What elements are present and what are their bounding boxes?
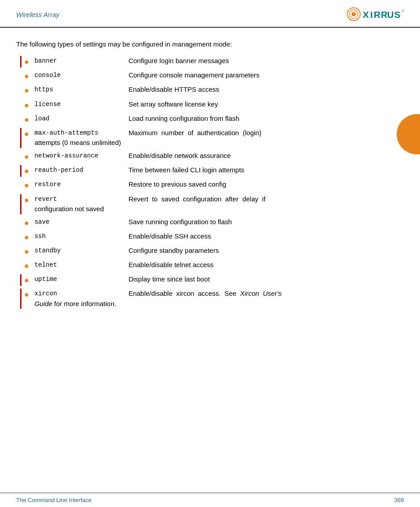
main-content: The following types of settings may be c…: [0, 28, 420, 338]
item-desc: Time between failed CLI login attempts: [129, 165, 404, 175]
item-desc: Maximum number of authentication (login): [129, 128, 404, 138]
item-content: telnet Enable/disable telnet access: [34, 260, 404, 270]
page-header: Wireless Array X I RR U S ®: [0, 0, 420, 28]
item-term: load: [34, 114, 129, 124]
item-content: network-assurance Enable/disable network…: [34, 151, 404, 161]
bullet-icon: ●: [24, 56, 29, 68]
bullet-icon: ●: [24, 128, 29, 140]
list-item: ● https Enable/disable HTTPS access: [24, 85, 404, 96]
item-continuation: attempts (0 means unlimited): [34, 138, 404, 148]
item-term: ssh: [34, 231, 129, 241]
item-desc: Enable/disable HTTPS access: [129, 85, 404, 95]
item-term: license: [34, 99, 129, 109]
item-term: revert: [34, 194, 129, 204]
item-term: console: [34, 70, 129, 80]
item-continuation: Guide for more information.: [34, 299, 404, 309]
item-desc: Configure console management parameters: [129, 70, 404, 81]
bullet-icon: ●: [24, 217, 29, 229]
item-content: save Save running configuration to flash: [34, 217, 404, 227]
item-content: https Enable/disable HTTPS access: [34, 85, 404, 95]
list-item: ● load Load running configuration from f…: [24, 114, 404, 125]
item-term: max-auth-attempts: [34, 128, 129, 138]
intro-paragraph: The following types of settings may be c…: [16, 40, 404, 48]
svg-text:X: X: [363, 9, 369, 20]
italic-text: Guide: [34, 300, 52, 307]
svg-text:®: ®: [402, 9, 404, 13]
svg-text:I: I: [370, 9, 373, 20]
item-term: https: [34, 85, 129, 94]
footer-right: 369: [394, 497, 404, 503]
list-item: ● max-auth-attempts Maximum number of au…: [20, 128, 404, 148]
bullet-icon: ●: [24, 260, 29, 272]
item-continuation: configuration not saved: [34, 204, 404, 214]
item-desc: Configure login banner messages: [129, 56, 404, 66]
item-content: ssh Enable/disable SSH access: [34, 231, 404, 242]
footer-left: The Command Line Interface: [16, 497, 91, 503]
svg-point-2: [351, 12, 356, 17]
list-item: ● standby Configure standby parameters: [24, 246, 404, 257]
logo-container: X I RR U S ®: [347, 6, 404, 22]
settings-list: ● banner Configure login banner messages…: [24, 56, 404, 309]
item-content: standby Configure standby parameters: [34, 246, 404, 256]
item-term: uptime: [34, 274, 129, 284]
item-desc: Enable/disable network assurance: [129, 151, 404, 161]
item-content: license Set array software license key: [34, 99, 404, 110]
bullet-icon: ●: [24, 166, 29, 177]
list-item: ● revert Revert to saved configuration a…: [20, 194, 404, 214]
item-desc: Enable/disable telnet access: [129, 260, 404, 270]
list-item: ● uptime Display time since last boot: [20, 274, 404, 286]
item-content: banner Configure login banner messages: [34, 56, 404, 66]
list-item: ● license Set array software license key: [24, 99, 404, 111]
item-desc: Restore to previous saved config: [129, 179, 404, 190]
item-desc: Set array software license key: [129, 99, 404, 110]
item-content: uptime Display time since last boot: [34, 274, 404, 285]
bullet-icon: ●: [24, 275, 29, 286]
bullet-icon: ●: [24, 100, 29, 111]
item-desc: Load running configuration from flash: [129, 114, 404, 124]
item-desc: Save running configuration to flash: [129, 217, 404, 227]
list-item: ● reauth-period Time between failed CLI …: [20, 165, 404, 177]
bullet-icon: ●: [24, 246, 29, 257]
bullet-icon: ●: [24, 180, 29, 191]
item-content: reauth-period Time between failed CLI lo…: [34, 165, 404, 175]
bullet-icon: ●: [24, 151, 29, 162]
item-term: save: [34, 217, 129, 227]
item-desc: Revert to saved configuration after dela…: [129, 194, 404, 205]
bullet-icon: ●: [24, 232, 29, 243]
item-content: load Load running configuration from fla…: [34, 114, 404, 124]
bullet-icon: ●: [24, 195, 29, 206]
list-item: ● telnet Enable/disable telnet access: [24, 260, 404, 272]
list-item: ● save Save running configuration to fla…: [24, 217, 404, 229]
list-item: ● console Configure console management p…: [24, 70, 404, 82]
item-desc: Display time since last boot: [129, 274, 404, 285]
item-term: network-assurance: [34, 151, 129, 161]
svg-text:S: S: [394, 9, 401, 20]
bullet-icon: ●: [24, 85, 29, 96]
svg-text:U: U: [387, 9, 394, 20]
item-desc: Enable/disable SSH access: [129, 231, 404, 242]
page-footer: The Command Line Interface 369: [0, 493, 420, 507]
item-content: console Configure console management par…: [34, 70, 404, 81]
header-title: Wireless Array: [16, 11, 60, 18]
item-term: banner: [34, 56, 129, 66]
italic-text: Xircon User's: [240, 290, 282, 297]
bullet-icon: ●: [24, 71, 29, 82]
list-item: ● network-assurance Enable/disable netwo…: [24, 151, 404, 162]
item-desc: Configure standby parameters: [129, 246, 404, 256]
item-desc: Enable/disable xircon access. See Xircon…: [129, 289, 282, 299]
bullet-icon: ●: [24, 289, 29, 300]
list-item: ● ssh Enable/disable SSH access: [24, 231, 404, 243]
item-term: restore: [34, 179, 129, 189]
item-term: xircon: [34, 289, 129, 298]
svg-text:RR: RR: [374, 9, 388, 20]
item-term: telnet: [34, 260, 129, 270]
list-item: ● restore Restore to previous saved conf…: [24, 179, 404, 191]
list-item: ● banner Configure login banner messages: [20, 56, 404, 68]
xirrus-logo: X I RR U S ®: [347, 6, 404, 22]
item-content: restore Restore to previous saved config: [34, 179, 404, 190]
item-term: standby: [34, 246, 129, 256]
list-item: ● xircon Enable/disable xircon access. S…: [20, 289, 404, 309]
item-term: reauth-period: [34, 165, 129, 175]
bullet-icon: ●: [24, 114, 29, 125]
